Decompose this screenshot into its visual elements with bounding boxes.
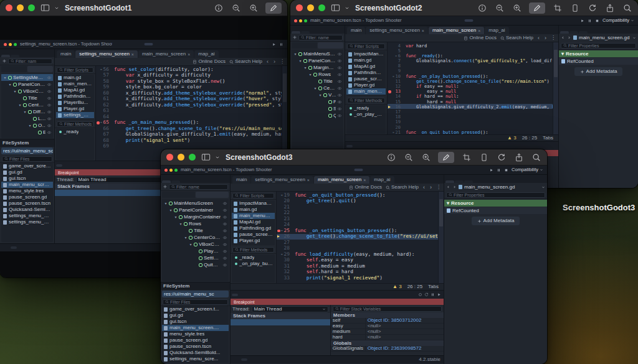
code-line[interactable]: -25func _on_settings_button_pressed(): — [277, 228, 438, 234]
search-help-link[interactable]: Search Help — [229, 59, 262, 64]
scene-tree-node[interactable]: Title — [1, 95, 53, 101]
variable-row[interactable]: easy<null> — [331, 324, 444, 329]
code-line[interactable]: -16 GlobalSignals.give_difficulty_2.emit… — [388, 104, 553, 109]
history-forward-icon[interactable] — [452, 185, 457, 189]
visibility-eye-icon[interactable] — [222, 263, 227, 268]
scene-tree-node[interactable]: MainMenuScreen — [292, 50, 343, 57]
visibility-eye-icon[interactable] — [47, 130, 52, 135]
variable-row[interactable]: hard<null> — [331, 335, 444, 340]
file-item[interactable]: gui.tscn — [162, 319, 229, 325]
search-icon[interactable] — [531, 152, 541, 163]
code-line[interactable]: -56func set_color(difficulty, color): — [96, 67, 282, 73]
code-line[interactable]: -8 — [388, 63, 553, 68]
thread-select[interactable]: Main Thread — [252, 306, 328, 312]
code-line[interactable]: -24 — [277, 222, 438, 228]
debugger-tab[interactable] — [83, 164, 90, 167]
scene-tree-node[interactable]: VBoxCont... — [292, 91, 343, 98]
scene-tree-node[interactable]: Difficulty — [1, 108, 53, 115]
expand-arrow-icon[interactable] — [23, 110, 27, 114]
workspace-tab[interactable] — [144, 43, 153, 45]
add-node-icon[interactable] — [163, 184, 168, 189]
visibility-eye-icon[interactable] — [337, 72, 342, 77]
minimize-button[interactable] — [178, 154, 184, 161]
code-line[interactable]: -28 — [277, 246, 438, 252]
close-tab-icon[interactable]: × — [131, 52, 134, 57]
code-minimap[interactable] — [438, 192, 444, 283]
filter-methods-input[interactable]: Filter Methods — [347, 98, 385, 103]
window-screenshotgodot3[interactable]: ScreenshotGodot3 main_menu_screen.tscn -… — [161, 149, 547, 364]
expand-arrow-icon[interactable] — [313, 86, 317, 90]
code-line[interactable]: -58 var style_box = StyleBoxFlat.new() — [96, 78, 282, 85]
menu-item[interactable] — [373, 37, 379, 39]
expand-arrow-icon[interactable] — [169, 208, 173, 212]
code-editor[interactable]: -19func _on_quit_button_pressed():-20 ge… — [277, 192, 438, 283]
add-node-icon[interactable] — [2, 58, 7, 63]
zoom-in-icon[interactable] — [248, 2, 259, 14]
zoom-in-icon[interactable] — [512, 2, 522, 14]
scene-tree-node[interactable]: Eas... — [1, 129, 53, 136]
chevron-down-icon[interactable] — [214, 154, 221, 161]
file-item[interactable]: settings_menu_scre... — [1, 213, 53, 219]
file-item[interactable]: main_menu_screen.... — [162, 325, 229, 331]
filter-methods-input[interactable]: Filter Methods — [57, 121, 93, 127]
scene-tree-node[interactable]: CenterConta... — [1, 101, 53, 108]
warnings-indicator[interactable]: ▲ 3 — [507, 136, 517, 141]
bottom-panel-tab[interactable] — [3, 246, 9, 249]
file-item[interactable]: settings_menu_scre... — [1, 219, 53, 225]
method-item[interactable]: _on_play_button... — [232, 261, 275, 267]
script-item[interactable]: main.gd — [232, 207, 275, 213]
remote-local-tab[interactable] — [196, 192, 229, 198]
device-icon[interactable] — [478, 152, 489, 163]
scene-tree-node[interactable]: Setting... — [292, 105, 343, 112]
filter-methods-input[interactable]: Filter Methods — [232, 247, 274, 253]
code-line[interactable]: -23 — [277, 216, 438, 222]
play-icon[interactable] — [272, 42, 276, 47]
visibility-eye-icon[interactable] — [222, 215, 227, 220]
resource-section-header[interactable]: ▾Resource — [444, 200, 547, 207]
zoom-out-icon[interactable] — [231, 2, 241, 14]
scene-tab[interactable]: main× — [347, 27, 365, 34]
script-item[interactable]: main.gd — [56, 75, 94, 81]
chevron-down-icon[interactable] — [54, 5, 60, 11]
code-line[interactable]: -31 self.medium = medium — [277, 263, 438, 269]
stop-icon[interactable] — [504, 168, 508, 172]
script-item[interactable]: Pathfinding.gd — [232, 225, 275, 231]
info-icon[interactable] — [386, 152, 396, 163]
close-button[interactable] — [6, 4, 12, 11]
code-line[interactable]: -20 get_tree().quit() — [277, 198, 438, 205]
method-item[interactable]: _ready — [56, 129, 94, 135]
script-item[interactable]: pause_screen... — [232, 231, 275, 238]
menu-item[interactable] — [233, 186, 239, 189]
debugger-tab[interactable] — [245, 294, 252, 296]
history-back-icon[interactable] — [446, 185, 450, 189]
visibility-eye-icon[interactable] — [222, 228, 227, 233]
code-line[interactable]: -69 — [96, 144, 282, 150]
visibility-eye-icon[interactable] — [47, 110, 52, 114]
code-line[interactable]: -57 var x_difficulty = difficulty — [96, 73, 282, 79]
code-line[interactable]: -17 — [388, 109, 553, 114]
visibility-eye-icon[interactable] — [337, 86, 342, 91]
macos-titlebar[interactable]: ScreenshotGodot1 — [0, 0, 287, 16]
code-editor[interactable]: -4var hard-5-6func _ready():-7 GlobalSig… — [388, 42, 553, 134]
close-tab-icon[interactable]: × — [307, 178, 310, 182]
debugger-tab[interactable] — [232, 294, 238, 296]
visibility-eye-icon[interactable] — [337, 65, 342, 70]
pause-icon[interactable] — [279, 42, 283, 47]
script-item[interactable]: ImpactManag... — [232, 200, 275, 207]
debugger-tab[interactable] — [273, 294, 279, 296]
debugger-tab[interactable] — [77, 164, 83, 167]
code-minimap[interactable] — [282, 66, 287, 161]
close-button[interactable] — [166, 154, 173, 161]
debugger-tab[interactable] — [360, 145, 366, 147]
sidebar-icon[interactable] — [201, 152, 211, 162]
workspace-tab[interactable] — [446, 19, 455, 22]
bottom-panel-tab[interactable] — [11, 246, 17, 249]
visibility-eye-icon[interactable] — [222, 242, 227, 247]
scene-tab[interactable]: settings_menu_screen× — [251, 176, 313, 184]
workspace-tab[interactable] — [153, 43, 162, 45]
scene-filter-input[interactable]: Filter: name — [298, 35, 343, 40]
scene-tab[interactable]: map_ai× — [370, 176, 394, 184]
debugger-tab[interactable] — [56, 164, 62, 167]
file-item[interactable]: pause_screen.tscn — [1, 200, 53, 207]
visibility-eye-icon[interactable] — [47, 96, 52, 101]
